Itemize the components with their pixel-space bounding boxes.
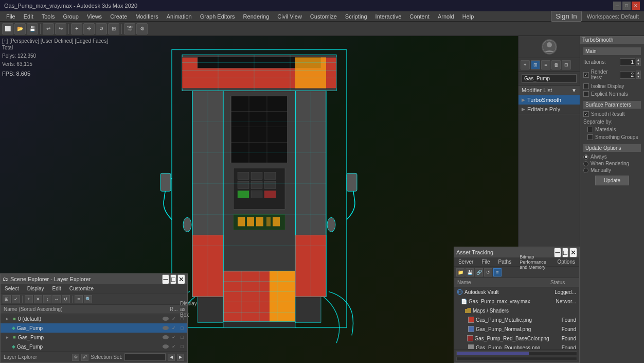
at-tb-link[interactable]: 🔗 xyxy=(475,268,483,276)
render-iters-checkbox[interactable] xyxy=(583,72,589,78)
selection-set-input[interactable] xyxy=(124,353,166,361)
isoline-display-checkbox[interactable] xyxy=(583,83,589,89)
row-vis[interactable] xyxy=(162,317,170,321)
row-box[interactable]: □ xyxy=(178,325,186,331)
menu-animation[interactable]: Animation xyxy=(163,12,196,21)
menu-tools[interactable]: Tools xyxy=(38,12,59,21)
se-menu-select[interactable]: Select xyxy=(1,285,23,292)
at-menu-server[interactable]: Server xyxy=(454,258,477,266)
table-row[interactable]: ◆ Gas_Pump ✓ □ xyxy=(1,342,187,351)
update-button[interactable]: Update xyxy=(595,176,629,185)
at-tb-active[interactable]: ≡ xyxy=(493,268,502,276)
row-check[interactable]: ✓ xyxy=(170,335,178,340)
new-button[interactable]: ⬜ xyxy=(2,23,13,34)
render-iters-up[interactable]: ▲ xyxy=(636,71,641,75)
panel-btn-5[interactable]: ⊟ xyxy=(562,60,571,70)
menu-group[interactable]: Group xyxy=(59,12,83,21)
se-refresh[interactable]: ↺ xyxy=(62,295,70,303)
undo-button[interactable]: ↩ xyxy=(43,23,54,34)
menu-modifiers[interactable]: Modifiers xyxy=(131,12,163,21)
row-check[interactable]: ✓ xyxy=(170,316,178,321)
se-close-button[interactable]: ✕ xyxy=(177,274,185,284)
manually-radio[interactable] xyxy=(583,168,588,173)
minimize-button[interactable]: ─ xyxy=(613,2,621,10)
modifier-item-editable-poly[interactable]: ▶ Editable Poly xyxy=(518,105,580,114)
table-row[interactable]: ▸ ■ Gas_Pump ✓ □ xyxy=(1,333,187,342)
menu-edit[interactable]: Edit xyxy=(20,12,38,21)
materials-checkbox[interactable] xyxy=(587,127,593,132)
viewport[interactable]: [+] [Perspective] [User Defined] [Edged … xyxy=(0,36,518,363)
at-maximize-button[interactable]: □ xyxy=(562,248,568,257)
list-item[interactable]: Gas_Pump_Metallic.png Found xyxy=(454,315,579,324)
se-menu-edit[interactable]: Edit xyxy=(48,285,65,292)
row-box[interactable]: □ xyxy=(178,344,186,349)
panel-btn-1[interactable]: + xyxy=(521,60,530,70)
modifier-list-dropdown[interactable]: ▼ xyxy=(571,88,577,93)
list-item[interactable]: Gas_Pump_Normal.png Found xyxy=(454,324,579,334)
smoothing-groups-checkbox[interactable] xyxy=(587,134,593,140)
row-check[interactable]: ✓ xyxy=(170,344,178,349)
se-expand[interactable]: ↔ xyxy=(52,295,61,303)
row-check[interactable]: ✓ xyxy=(170,325,178,331)
iterations-up[interactable]: ▲ xyxy=(636,58,641,62)
se-minimize-button[interactable]: ─ xyxy=(162,274,169,284)
menu-interactive[interactable]: Interactive xyxy=(371,12,406,21)
at-minimize-button[interactable]: ─ xyxy=(554,248,561,257)
smooth-result-checkbox[interactable] xyxy=(583,111,589,117)
se-options[interactable]: ≡ xyxy=(75,295,83,303)
menu-create[interactable]: Create xyxy=(106,12,131,21)
row-box[interactable]: □ xyxy=(178,335,186,340)
at-close-button[interactable]: ✕ xyxy=(569,248,577,257)
modifier-item-turbosmooth[interactable]: ▶ TurboSmooth xyxy=(518,95,580,105)
at-tb-refresh[interactable]: ↺ xyxy=(484,268,492,276)
render-iters-input[interactable] xyxy=(620,71,635,79)
when-rendering-radio[interactable] xyxy=(583,161,588,166)
se-menu-display[interactable]: Display xyxy=(23,285,48,292)
menu-arnold[interactable]: Arnold xyxy=(434,12,458,21)
menu-content[interactable]: Content xyxy=(405,12,434,21)
menu-file[interactable]: File xyxy=(2,12,20,21)
se-sel-prev[interactable]: ◀ xyxy=(168,354,175,361)
menu-scripting[interactable]: Scripting xyxy=(341,12,371,21)
move-button[interactable]: ✛ xyxy=(83,23,95,34)
maximize-button[interactable]: □ xyxy=(622,2,631,10)
at-menu-bitmap[interactable]: Bitmap Performance and Memory xyxy=(515,253,553,271)
menu-customize[interactable]: Customize xyxy=(306,12,341,21)
panel-btn-2[interactable]: ⊞ xyxy=(531,60,540,70)
menu-graph-editors[interactable]: Graph Editors xyxy=(196,12,239,21)
se-menu-customize[interactable]: Customize xyxy=(65,285,98,292)
menu-help[interactable]: Help xyxy=(458,12,478,21)
table-row[interactable]: ▸ ■ 0 (default) ✓ □ xyxy=(1,314,187,323)
se-del-layer[interactable]: ✕ xyxy=(34,295,42,303)
list-item[interactable]: Gas_Pump_Roughness.png Found xyxy=(454,343,579,349)
at-menu-file[interactable]: File xyxy=(477,258,494,266)
at-tb-save[interactable]: 💾 xyxy=(466,268,474,276)
select-button[interactable]: ✦ xyxy=(71,23,82,34)
rotate-button[interactable]: ↺ xyxy=(96,23,107,34)
menu-rendering[interactable]: Rendering xyxy=(239,12,274,21)
se-add-layer[interactable]: + xyxy=(25,295,33,303)
explicit-normals-checkbox[interactable] xyxy=(583,91,589,97)
at-tb-folder[interactable]: 📁 xyxy=(456,268,464,276)
list-item[interactable]: Autodesk Vault Logged... xyxy=(454,287,579,297)
row-vis[interactable] xyxy=(162,326,170,330)
se-filter-button[interactable]: ⊞ xyxy=(3,295,11,303)
row-vis[interactable] xyxy=(162,344,170,349)
at-menu-options[interactable]: Options xyxy=(553,258,579,266)
list-item[interactable]: Gas_Pump_Red_BaseColor.png Found xyxy=(454,334,579,343)
row-box[interactable]: □ xyxy=(178,316,186,321)
render-iters-down[interactable]: ▼ xyxy=(636,75,641,79)
at-menu-paths[interactable]: Paths xyxy=(494,258,516,266)
se-footer-btn2[interactable]: 🖊 xyxy=(81,354,88,361)
se-footer-btn1[interactable]: ⚙ xyxy=(72,354,79,361)
se-sort[interactable]: ↕ xyxy=(43,295,51,303)
save-button[interactable]: 💾 xyxy=(27,23,38,34)
sign-in-button[interactable]: Sign In xyxy=(551,11,582,22)
row-vis[interactable] xyxy=(162,335,170,339)
panel-btn-delete[interactable]: 🗑 xyxy=(551,60,561,70)
menu-civil-view[interactable]: Civil View xyxy=(273,12,306,21)
asset-tracking-content[interactable]: Autodesk Vault Logged... 📄 Gas_Pump_max_… xyxy=(454,287,579,349)
se-maximize-button[interactable]: □ xyxy=(170,274,176,284)
se-tb2[interactable]: ✓ xyxy=(12,295,20,303)
panel-btn-3[interactable]: ≡ xyxy=(541,60,550,70)
